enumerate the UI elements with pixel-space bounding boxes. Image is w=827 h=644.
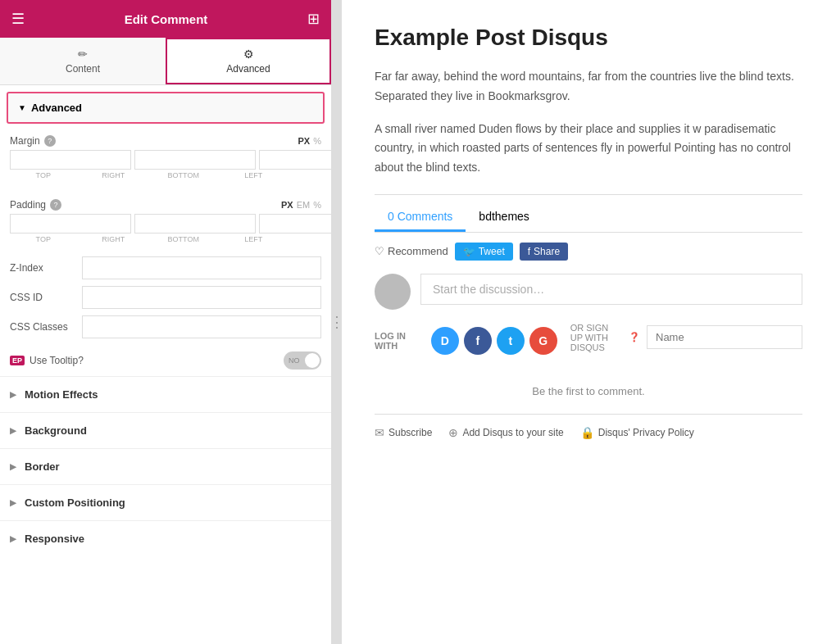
tab-advanced-label: Advanced — [226, 63, 270, 75]
privacy-button[interactable]: 🔒 Disqus' Privacy Policy — [580, 426, 694, 439]
margin-labels: TOP RIGHT BOTTOM LEFT — [10, 171, 321, 179]
custom-positioning-header[interactable]: ▶ Custom Positioning — [0, 485, 331, 520]
twitter-icon: 🐦 — [463, 246, 475, 257]
name-input[interactable] — [647, 325, 802, 349]
margin-right-input[interactable] — [134, 150, 256, 170]
subscribe-button[interactable]: ✉ Subscribe — [375, 426, 432, 439]
lock-icon: 🔒 — [580, 426, 594, 439]
z-index-row: Z-Index — [0, 256, 331, 279]
drag-handle[interactable]: ⋮ — [332, 0, 342, 644]
tooltip-toggle[interactable]: NO — [284, 351, 321, 370]
margin-px-unit[interactable]: PX — [298, 136, 311, 146]
tab-advanced[interactable]: ⚙ Advanced — [166, 38, 331, 84]
padding-label-row: Padding ? PX EM % — [10, 199, 321, 211]
margin-pct-unit[interactable]: % — [313, 136, 321, 146]
tab-content[interactable]: ✏ Content — [0, 38, 166, 84]
padding-right-input[interactable] — [134, 214, 256, 234]
custom-positioning-caret: ▶ — [10, 498, 16, 507]
disqus-login-icon[interactable]: D — [431, 327, 459, 355]
tooltip-label: EP Use Tooltip? — [10, 355, 84, 366]
tweet-button[interactable]: 🐦 Tweet — [455, 243, 513, 261]
envelope-icon: ✉ — [375, 426, 384, 439]
margin-right-label: RIGHT — [80, 171, 148, 179]
margin-link-label — [290, 171, 321, 179]
margin-unit-switcher: PX % — [298, 136, 321, 146]
responsive-caret: ▶ — [10, 534, 16, 543]
disqus-actions: ♡ Recommend 🐦 Tweet f Share — [375, 243, 802, 261]
margin-info-icon[interactable]: ? — [44, 135, 56, 147]
header-title: Edit Comment — [125, 12, 208, 26]
motion-effects-section: ▶ Motion Effects — [0, 376, 331, 412]
disqus-comments-tab[interactable]: 0 Comments — [375, 203, 466, 232]
social-icons: D f t G — [431, 327, 557, 355]
z-index-input[interactable] — [82, 256, 321, 279]
subscribe-label: Subscribe — [389, 427, 432, 438]
tabs-row: ✏ Content ⚙ Advanced — [0, 38, 331, 85]
facebook-login-icon[interactable]: f — [464, 327, 492, 355]
tooltip-row: EP Use Tooltip? NO — [0, 345, 331, 376]
comment-input-row: Start the discussion… — [375, 274, 802, 310]
privacy-label: Disqus' Privacy Policy — [598, 427, 694, 438]
gear-icon: ⚙ — [243, 48, 254, 61]
panel-body: ▼ Advanced Margin ? PX % 🔗 TOP — [0, 85, 331, 644]
recommend-label: Recommend — [388, 245, 448, 257]
share-button[interactable]: f Share — [520, 243, 568, 261]
tweet-label: Tweet — [479, 246, 505, 257]
login-row: LOG IN WITH D f t G OR SIGN UP WITH DISQ… — [375, 323, 802, 359]
padding-top-input[interactable] — [10, 214, 131, 234]
google-login-icon[interactable]: G — [529, 327, 557, 355]
border-header[interactable]: ▶ Border — [0, 449, 331, 484]
margin-inputs: 🔗 — [10, 150, 321, 170]
padding-labels: TOP RIGHT BOTTOM LEFT — [10, 235, 321, 243]
padding-bottom-input[interactable] — [259, 214, 331, 234]
responsive-header[interactable]: ▶ Responsive — [0, 521, 331, 556]
comment-box[interactable]: Start the discussion… — [420, 274, 802, 305]
post-paragraph-2: A small river named Duden flows by their… — [375, 120, 802, 178]
css-classes-input[interactable] — [82, 315, 321, 338]
disqus-tabs: 0 Comments bdthemes — [375, 203, 802, 233]
padding-pct-unit[interactable]: % — [313, 200, 321, 210]
add-disqus-button[interactable]: ⊕ Add Disqus to your site — [448, 426, 563, 439]
css-id-input[interactable] — [82, 286, 321, 309]
tab-content-label: Content — [66, 63, 100, 75]
disqus-container: 0 Comments bdthemes ♡ Recommend 🐦 Tweet … — [375, 194, 802, 439]
border-section: ▶ Border — [0, 448, 331, 484]
ep-badge: EP — [10, 356, 25, 365]
advanced-title: Advanced — [31, 102, 82, 114]
disqus-footer: ✉ Subscribe ⊕ Add Disqus to your site 🔒 … — [375, 414, 802, 439]
background-header[interactable]: ▶ Background — [0, 413, 331, 448]
custom-positioning-section: ▶ Custom Positioning — [0, 484, 331, 520]
margin-bottom-label: BOTTOM — [150, 171, 217, 179]
motion-effects-header[interactable]: ▶ Motion Effects — [0, 377, 331, 412]
login-label: LOG IN WITH — [375, 331, 418, 351]
background-section: ▶ Background — [0, 412, 331, 448]
or-signup-label: OR SIGN UP WITH DISQUS — [570, 323, 622, 352]
recommend-button[interactable]: ♡ Recommend — [375, 245, 448, 257]
add-icon: ⊕ — [448, 426, 458, 439]
padding-em-unit[interactable]: EM — [297, 200, 311, 210]
padding-info-icon[interactable]: ? — [50, 199, 61, 211]
avatar — [375, 274, 411, 310]
motion-effects-caret: ▶ — [10, 390, 16, 399]
grid-icon[interactable]: ⊞ — [307, 10, 320, 28]
left-panel: ☰ Edit Comment ⊞ ✏ Content ⚙ Advanced ▼ … — [0, 0, 332, 644]
twitter-login-icon[interactable]: t — [497, 327, 525, 355]
toggle-knob — [305, 353, 320, 368]
right-panel: Example Post Disqus Far far away, behind… — [342, 0, 827, 644]
tooltip-text: Use Tooltip? — [30, 355, 84, 366]
margin-label: Margin — [10, 135, 40, 147]
menu-icon[interactable]: ☰ — [11, 10, 25, 28]
disqus-site-tab[interactable]: bdthemes — [466, 203, 542, 232]
padding-px-unit[interactable]: PX — [281, 200, 293, 210]
margin-group: Margin ? PX % 🔗 TOP RIGHT BOTTOM LEFT — [0, 129, 331, 193]
toggle-no-label: NO — [289, 356, 300, 365]
advanced-section-header[interactable]: ▼ Advanced — [7, 92, 325, 124]
border-caret: ▶ — [10, 462, 16, 471]
be-first-text: Be the first to comment. — [375, 369, 802, 414]
border-label: Border — [25, 460, 60, 473]
padding-link-label — [290, 235, 321, 243]
margin-bottom-input[interactable] — [259, 150, 331, 170]
header-bar: ☰ Edit Comment ⊞ — [0, 0, 331, 38]
margin-top-input[interactable] — [10, 150, 131, 170]
advanced-arrow: ▼ — [18, 103, 26, 112]
